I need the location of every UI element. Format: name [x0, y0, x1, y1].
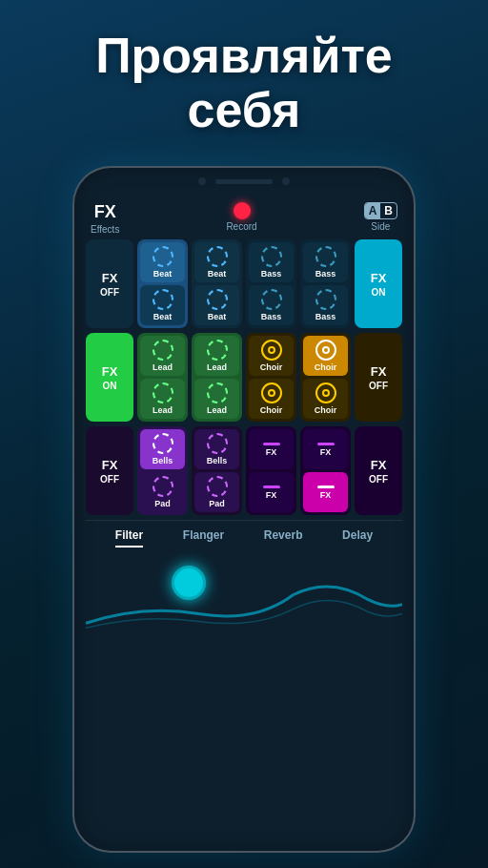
pad-pad-1-bot-name: Pad — [154, 499, 171, 508]
pad-beat-2-bot[interactable]: Beat — [194, 285, 239, 325]
camera-dot2 — [282, 177, 290, 185]
lead-icon-3 — [207, 340, 228, 361]
pad-icon-2 — [207, 476, 228, 497]
pad-fx-1-top-name: FX — [266, 447, 277, 457]
pad-fx-2-bot[interactable]: FX — [303, 472, 348, 512]
pad-beat-2-bot-name: Beat — [208, 312, 227, 321]
choir-icon-1 — [261, 340, 282, 361]
pad-row-3: FX OFF Bells Pad — [86, 426, 402, 515]
pad-pad-1-bot[interactable]: Pad — [140, 472, 185, 512]
bass-col-2: Bass Bass — [300, 239, 351, 328]
pad-pad-2-bot-name: Pad — [209, 499, 225, 508]
pad-choir-2-bot-name: Choir — [315, 405, 337, 415]
fx-dash-2 — [263, 486, 280, 488]
pad-lead-1-bot[interactable]: Lead — [140, 379, 185, 419]
pad-beat-1-bot[interactable]: Beat — [140, 285, 185, 325]
pad-lead-1-top-name: Lead — [152, 362, 173, 372]
app-content: FX Effects Record A B Side — [74, 190, 414, 642]
pad-fx-1-top[interactable]: FX — [249, 429, 294, 469]
fx-side-left-row1[interactable]: FX OFF — [86, 239, 133, 328]
pad-choir-2-top[interactable]: Choir — [303, 336, 348, 376]
pad-choir-2-bot[interactable]: Choir — [303, 379, 348, 419]
ab-a[interactable]: A — [365, 203, 381, 218]
phone-body: FX Effects Record A B Side — [72, 166, 416, 853]
pad-fx-2-top-name: FX — [320, 447, 332, 457]
pad-beat-1-bot-name: Beat — [153, 312, 173, 321]
lead-icon-4 — [207, 382, 228, 403]
pad-lead-1-bot-name: Lead — [152, 405, 173, 415]
pad-fx-2-bot-name: FX — [320, 490, 332, 500]
beat-icon-1 — [152, 246, 173, 267]
choir-icon-4 — [315, 382, 336, 403]
fx-left-label-r2: FX — [102, 364, 118, 379]
tab-filter[interactable]: Filter — [115, 528, 143, 548]
record-button[interactable] — [234, 202, 251, 219]
pad-choir-1-bot[interactable]: Choir — [249, 379, 294, 419]
pad-fx-2-top[interactable]: FX — [303, 429, 348, 469]
choir-icon-3 — [315, 340, 336, 361]
bells-col-1: Bells Pad — [137, 426, 188, 515]
ab-toggle[interactable]: A B — [364, 202, 397, 219]
fx-right-label-r2: FX — [371, 364, 387, 379]
pad-lead-1-top[interactable]: Lead — [140, 336, 185, 376]
pad-bass-1-top[interactable]: Bass — [249, 242, 294, 282]
pad-beat-2-top[interactable]: Beat — [194, 242, 239, 282]
fx-dash-1 — [263, 443, 280, 445]
fx-dash-4 — [317, 486, 335, 488]
pad-bass-1-bot-name: Bass — [261, 312, 282, 321]
pad-bass-1-top-name: Bass — [261, 269, 282, 279]
header-record[interactable]: Record — [226, 202, 256, 232]
pad-choir-1-bot-name: Choir — [260, 405, 283, 415]
phone-mockup: FX Effects Record A B Side — [0, 156, 488, 853]
lead-col-2: Lead Lead — [192, 333, 242, 422]
pad-fx-1-bot-name: FX — [266, 490, 277, 500]
pad-beat-1-top[interactable]: Beat — [140, 242, 185, 282]
pad-lead-2-bot[interactable]: Lead — [194, 379, 239, 419]
pad-bass-2-top-name: Bass — [315, 269, 336, 279]
pad-choir-1-top-name: Choir — [260, 362, 283, 372]
fx-side-right-row3[interactable]: FX OFF — [355, 426, 402, 515]
pad-bass-2-top[interactable]: Bass — [303, 242, 348, 282]
header-side[interactable]: A B Side — [364, 202, 397, 232]
fx-left-label-r1: FX — [102, 271, 118, 285]
pad-fx-1-bot[interactable]: FX — [249, 472, 294, 512]
header-side-sub: Side — [371, 221, 390, 232]
app-title: Проявляйте себя — [38, 29, 450, 137]
pad-bass-1-bot[interactable]: Bass — [249, 285, 294, 325]
tab-reverb[interactable]: Reverb — [264, 528, 303, 548]
pad-beat-1-top-name: Beat — [153, 269, 173, 279]
bass-icon-2 — [261, 289, 282, 310]
pad-lead-2-top-name: Lead — [207, 362, 227, 372]
pad-bass-2-bot[interactable]: Bass — [303, 285, 348, 325]
pad-lead-2-bot-name: Lead — [207, 405, 227, 415]
bass-icon-1 — [261, 246, 282, 267]
pad-bells-1-top[interactable]: Bells — [140, 429, 185, 469]
pad-choir-1-top[interactable]: Choir — [249, 336, 294, 376]
lead-icon-1 — [152, 340, 173, 361]
fx-right-label-r1: FX — [371, 271, 387, 285]
bass-col-1: Bass Bass — [246, 239, 296, 328]
ab-b[interactable]: B — [380, 203, 396, 218]
bells-col-2: Bells Pad — [192, 426, 242, 515]
beat-col-2: Beat Beat — [192, 239, 242, 328]
bells-icon-2 — [207, 433, 228, 454]
pad-pad-2-bot[interactable]: Pad — [194, 472, 239, 512]
fx-side-left-row3[interactable]: FX OFF — [86, 426, 133, 515]
fx-col-1: FX FX — [246, 426, 296, 515]
phone-notch — [74, 168, 414, 190]
pad-bells-2-top[interactable]: Bells — [194, 429, 239, 469]
pad-row-1: FX OFF Beat Beat — [86, 239, 402, 328]
fx-left-label-r3: FX — [102, 458, 118, 472]
fx-side-left-row2[interactable]: FX ON — [86, 333, 133, 422]
pad-lead-2-top[interactable]: Lead — [194, 336, 239, 376]
fx-side-right-row2[interactable]: FX OFF — [355, 333, 402, 422]
wave-svg — [86, 576, 402, 632]
pad-grid: FX OFF Beat Beat — [86, 239, 402, 515]
fx-left-state-r2: ON — [103, 381, 117, 391]
pad-icon-1 — [152, 476, 173, 497]
bass-icon-4 — [315, 289, 336, 310]
fx-side-right-row1[interactable]: FX ON — [355, 239, 402, 328]
tab-flanger[interactable]: Flanger — [183, 528, 224, 548]
tab-delay[interactable]: Delay — [342, 528, 373, 548]
beat-icon-4 — [207, 289, 228, 310]
